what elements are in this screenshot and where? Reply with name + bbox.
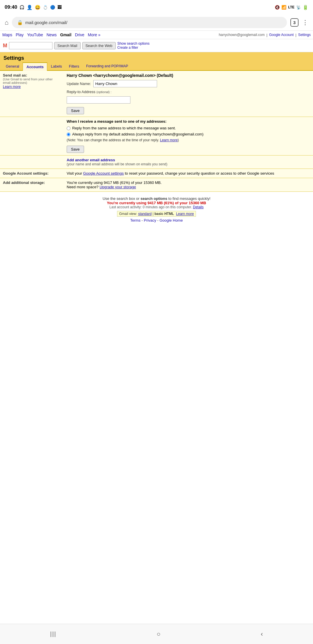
details-link[interactable]: Details: [193, 205, 204, 209]
nav-user-info: harrychown@googlemail.com | Google Accou…: [219, 33, 311, 37]
lock-icon: 🔒: [17, 20, 23, 25]
google-account-link[interactable]: Google Account: [269, 33, 294, 37]
footer-storage: You're currently using 9417 MB (61%) of …: [5, 201, 308, 205]
reply-to-input[interactable]: [67, 96, 130, 104]
face-icon: 😀: [35, 5, 41, 10]
add-storage-label: Add additional storage:: [3, 180, 45, 185]
battery-icon: 🔋: [303, 5, 308, 10]
radio-option-2: Always reply from my default address (cu…: [67, 132, 310, 136]
lte-icon: LTE: [288, 5, 294, 9]
settings-body: Send mail as: (Use Gmail to send from yo…: [0, 71, 313, 192]
add-email-link[interactable]: Add another email address: [67, 158, 115, 162]
add-email-label-cell: [0, 155, 64, 169]
url-bar[interactable]: 🔒 mail.google.com/mail/: [12, 17, 287, 28]
profile-icon: 👤: [27, 5, 32, 10]
tab-forwarding[interactable]: Forwarding and POP/IMAP: [83, 62, 132, 70]
save-button-2[interactable]: Save: [67, 146, 84, 153]
reply-to-label: Reply-to Address (optional) :: [67, 90, 112, 94]
chrome-icon: 🔵: [50, 5, 55, 10]
tab-accounts[interactable]: Accounts: [23, 62, 47, 71]
radio-same-address[interactable]: [67, 126, 70, 130]
url-text: mail.google.com/mail/: [25, 20, 67, 25]
search-mail-button[interactable]: Search Mail: [54, 42, 81, 49]
tab-general[interactable]: General: [2, 62, 23, 70]
search-options-box: Show search options Create a filter: [117, 41, 150, 50]
add-storage-content-cell: You're currently using 9417 MB (61%) of …: [64, 178, 313, 192]
google-home-link[interactable]: Google Home: [159, 218, 183, 222]
nav-settings-link[interactable]: Settings: [298, 33, 311, 37]
search-web-button[interactable]: Search the Web: [82, 42, 116, 49]
update-name-input[interactable]: [93, 80, 157, 87]
settings-table: Send mail as: (Use Gmail to send from yo…: [0, 71, 313, 192]
image-icon: 🖼: [57, 5, 61, 10]
radio-option-2-label: Always reply from my default address (cu…: [72, 132, 203, 136]
footer-view-line: Gmail view: standard | basic HTML Learn …: [5, 211, 308, 216]
learn-more-link-1[interactable]: Learn more: [3, 85, 21, 89]
show-search-options-link[interactable]: Show search options: [117, 41, 150, 46]
note-text: (Note: You can change the address at the…: [67, 138, 310, 142]
basic-html-label: basic HTML: [154, 212, 174, 216]
signal-icon: 📡: [296, 5, 301, 10]
google-account-content-cell: Visit your Google Account settings to re…: [64, 169, 313, 178]
nav-youtube[interactable]: YouTube: [27, 32, 43, 37]
wifi-icon: 📶: [281, 5, 286, 10]
nav-bar: Maps Play YouTube News Gmail Drive More …: [0, 31, 313, 39]
nav-news[interactable]: News: [46, 32, 57, 37]
nav-play[interactable]: Play: [16, 32, 23, 37]
nav-drive[interactable]: Drive: [75, 32, 84, 37]
add-storage-label-cell: Add additional storage:: [0, 178, 64, 192]
nav-separator-1: |: [266, 33, 267, 37]
browser-menu-button[interactable]: ⋮: [302, 19, 308, 26]
send-mail-label: Send mail as:: [3, 73, 27, 77]
need-space-text: Need more space?: [67, 185, 99, 189]
standard-link[interactable]: standard: [138, 212, 152, 216]
google-account-text: Visit your: [67, 171, 82, 176]
radio-option-1-label: Reply from the same address to which the…: [72, 126, 176, 130]
save-button-1[interactable]: Save: [67, 107, 84, 114]
ring-icon: 💍: [43, 5, 48, 10]
bold-tip: search options: [141, 196, 167, 201]
send-mail-sub: (Use Gmail to send from your other email…: [3, 77, 61, 84]
radio-default-address[interactable]: [67, 133, 70, 136]
upgrade-link[interactable]: Upgrade your storage: [99, 185, 136, 189]
browser-bar: ⌂ 🔒 mail.google.com/mail/ 3 ⋮: [0, 15, 313, 31]
settings-wrapper: Settings General Accounts Labels Filters…: [0, 52, 313, 192]
google-account-settings-link[interactable]: Google Account settings: [83, 171, 124, 176]
home-button[interactable]: ⌂: [5, 19, 8, 26]
view-label: Gmail view: standard | basic HTML Learn …: [117, 211, 196, 217]
create-filter-link[interactable]: Create a filter: [117, 46, 150, 50]
search-input[interactable]: [9, 42, 52, 49]
nav-more[interactable]: More »: [88, 32, 101, 37]
update-name-row: Update Name:: [67, 80, 310, 87]
learn-more-link-2[interactable]: Learn more: [160, 138, 178, 142]
reply-to-row: Reply-to Address (optional) :: [67, 90, 310, 94]
nav-gmail[interactable]: Gmail: [60, 32, 72, 37]
nav-links: Maps Play YouTube News Gmail Drive More …: [2, 32, 101, 37]
gmail-label: M: [3, 43, 7, 49]
settings-title: Settings: [0, 52, 313, 62]
add-email-content-cell: Add another email address (your name and…: [64, 155, 313, 169]
tab-labels[interactable]: Labels: [47, 62, 65, 70]
send-mail-row: Send mail as: (Use Gmail to send from yo…: [0, 71, 313, 117]
receive-question: When I receive a message sent to one of …: [67, 119, 310, 124]
send-mail-label-cell: Send mail as: (Use Gmail to send from yo…: [0, 71, 64, 117]
search-bar: M Search Mail Search the Web Show search…: [0, 39, 313, 52]
learn-more-footer-link[interactable]: Learn more: [176, 212, 194, 216]
update-name-label: Update Name:: [67, 82, 91, 86]
mute-icon: 🔇: [275, 5, 280, 10]
privacy-link[interactable]: Privacy: [144, 218, 156, 222]
headphone-icon: 🎧: [19, 5, 24, 10]
terms-link[interactable]: Terms: [130, 218, 140, 222]
footer-links: Terms - Privacy - Google Home: [5, 218, 308, 222]
radio-section: When I receive a message sent to one of …: [67, 119, 310, 153]
settings-tabs: General Accounts Labels Filters Forwardi…: [0, 62, 313, 71]
user-email: harrychown@googlemail.com: [219, 33, 265, 37]
nav-separator-2: |: [295, 33, 296, 37]
google-account-label-cell: Google Account settings:: [0, 169, 64, 178]
nav-maps[interactable]: Maps: [2, 32, 12, 37]
tab-badge[interactable]: 3: [290, 18, 299, 27]
google-account-rest: to reset your password, change your secu…: [125, 171, 274, 176]
view-separator: |: [152, 212, 153, 216]
tab-filters[interactable]: Filters: [65, 62, 83, 70]
google-account-label: Google Account settings:: [3, 171, 49, 176]
